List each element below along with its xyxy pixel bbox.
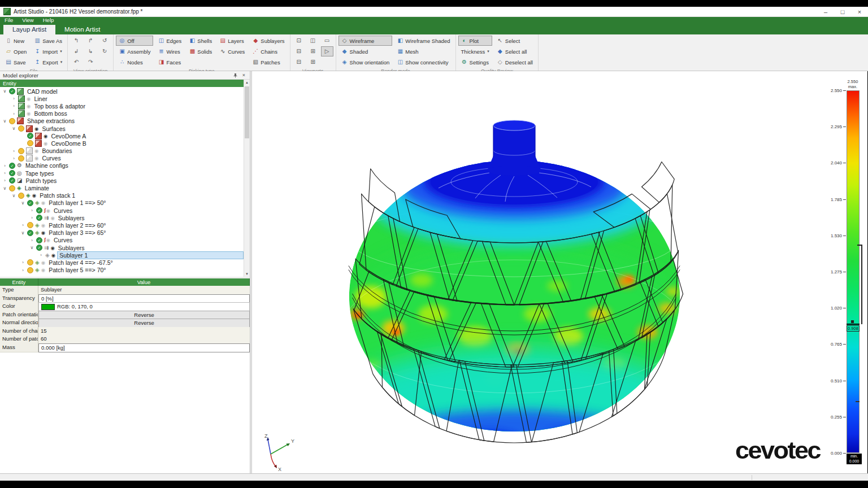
status-check-icon[interactable]: ✓ [9, 170, 15, 176]
status-warning-icon[interactable] [18, 148, 24, 154]
tab-motion-artist[interactable]: Motion Artist [55, 25, 109, 34]
chevron-down-icon[interactable]: ▾ [487, 49, 489, 54]
viewport-quad2-icon[interactable]: ⊞ [307, 57, 319, 67]
button-select-all[interactable]: ◆Select all [494, 46, 536, 56]
status-check-icon[interactable]: ✓ [36, 237, 42, 243]
tree-item-sublayer-1[interactable]: ›◈◉Sublayer 1 [0, 251, 244, 259]
viewport-split-v-icon[interactable]: ◫ [307, 36, 319, 46]
button-wires[interactable]: ≣Wires [155, 46, 184, 56]
tree-item-label[interactable]: Patch types [24, 177, 58, 184]
status-check-icon[interactable]: ✓ [27, 133, 33, 139]
chevron-down-icon[interactable]: ▾ [60, 60, 63, 64]
tree-item-label[interactable]: CevoDome A [49, 133, 88, 140]
status-warning-icon[interactable] [9, 118, 15, 124]
button-select[interactable]: ↖Select [494, 36, 536, 46]
chevron-open-icon[interactable]: ∨ [2, 89, 7, 94]
button-wireframe[interactable]: ◇Wireframe [338, 36, 393, 46]
visibility-eye-icon[interactable]: ◉ [27, 96, 31, 102]
visibility-eye-icon[interactable]: ◉ [41, 230, 45, 236]
tree-item-label[interactable]: CAD model [25, 88, 59, 95]
status-warning-icon[interactable] [18, 155, 24, 162]
button-assembly[interactable]: ▣Assembly [116, 46, 153, 56]
tree-item-cevodome-b[interactable]: ◉CevoDome B [0, 140, 244, 147]
visibility-eye-icon[interactable]: ◉ [32, 193, 36, 198]
viewport-3d[interactable]: 2.550max. 2.5502.2952.0401.7851.5301.275… [252, 71, 867, 473]
pin-icon[interactable] [233, 73, 238, 78]
menu-view[interactable]: View [18, 17, 38, 24]
tree-item-curves[interactable]: ›◉Curves [0, 155, 244, 162]
colorbar-marker-line[interactable] [847, 324, 860, 325]
button-nodes[interactable]: ∴Nodes [116, 57, 153, 67]
chevron-open-icon[interactable]: ∨ [2, 186, 7, 191]
tree-item-machine-configs[interactable]: ›✓⚙Machine configs [0, 162, 244, 169]
tree-item-label[interactable]: Liner [32, 95, 49, 102]
tree-item-label[interactable]: Machine configs [24, 162, 70, 169]
tree-item-patch-layer-3-65[interactable]: ∨✓◈◉Patch layer 3 ==> 65° [0, 229, 244, 237]
visibility-eye-icon[interactable]: ◉ [41, 200, 45, 206]
close-panel-icon[interactable]: × [242, 72, 245, 78]
button-layers[interactable]: ▤Layers [216, 36, 248, 46]
button-import[interactable]: ↧Import▾ [31, 46, 65, 56]
button-new[interactable]: ▯New [2, 36, 29, 46]
status-check-icon[interactable]: ✓ [9, 163, 15, 169]
tree-item-cad-model[interactable]: ∨✓CAD model [0, 88, 244, 95]
visibility-eye-icon[interactable]: ◉ [34, 148, 38, 154]
tree-item-label[interactable]: Curves [52, 207, 74, 214]
tree-item-laminate[interactable]: ∨◈Laminate [0, 184, 244, 191]
tree-item-patch-stack-1[interactable]: ∨◈◉Patch stack 1 [0, 192, 244, 199]
viewport-split-h2-icon[interactable]: ⊟ [293, 57, 305, 67]
menu-help[interactable]: Help [38, 17, 59, 24]
chevron-open-icon[interactable]: ∨ [11, 126, 16, 131]
visibility-eye-icon[interactable]: ◉ [27, 103, 31, 109]
tree-item-label[interactable]: Sublayers [57, 215, 86, 221]
tree-item-patch-layer-5-70[interactable]: ›◈◉Patch layer 5 ==> 70° [0, 267, 244, 274]
visibility-eye-icon[interactable]: ◉ [44, 133, 47, 139]
viewport-perspective-icon[interactable]: ▷ [321, 46, 333, 56]
chevron-open-icon[interactable]: ∨ [29, 245, 34, 250]
tree-item-cevodome-a[interactable]: ✓◉CevoDome A [0, 132, 244, 140]
button-export[interactable]: ↥Export▾ [31, 57, 65, 67]
button-wireframe-shaded[interactable]: ◧Wireframe Shaded [394, 36, 453, 46]
status-warning-icon[interactable] [18, 125, 24, 132]
chevron-closed-icon[interactable]: › [20, 260, 25, 265]
chevron-closed-icon[interactable]: › [38, 252, 44, 258]
status-warning-icon[interactable] [27, 259, 33, 265]
tree-item-label[interactable]: Tape types [24, 170, 56, 177]
button-plot[interactable]: ◐Plot [458, 36, 492, 46]
roll-left-icon[interactable]: ↶ [70, 57, 83, 67]
visibility-eye-icon[interactable]: ◉ [51, 252, 55, 258]
tree-item-shape-extractions[interactable]: ∨Shape extractions [0, 117, 244, 125]
chevron-open-icon[interactable]: ∨ [11, 193, 16, 198]
tree-item-curves[interactable]: ›✓∫∫∫◉Curves [0, 237, 244, 244]
status-check-icon[interactable]: ✓ [36, 245, 42, 251]
menu-file[interactable]: File [0, 17, 18, 24]
status-check-icon[interactable]: ✓ [27, 230, 33, 236]
tree-item-label[interactable]: Curves [40, 155, 62, 162]
chevron-open-icon[interactable]: ∨ [20, 230, 25, 236]
rotate-down-right-icon[interactable]: ↳ [84, 46, 97, 56]
tree-item-label[interactable]: Patch layer 1 ==> 50° [47, 199, 107, 206]
status-check-icon[interactable]: ✓ [36, 215, 42, 221]
scroll-up-icon[interactable]: ▲ [244, 80, 250, 85]
status-warning-icon[interactable] [18, 193, 24, 199]
status-check-icon[interactable]: ✓ [9, 177, 15, 184]
button-shells[interactable]: ◧Shells [186, 36, 215, 46]
status-warning-icon[interactable] [27, 140, 33, 146]
button-patches[interactable]: ▧Patches [249, 57, 287, 67]
tree-item-label[interactable]: Shape extractions [25, 117, 76, 124]
button-show-orientation[interactable]: ◈Show orientation [338, 57, 393, 67]
visibility-eye-icon[interactable]: ◉ [44, 141, 47, 146]
button-edges[interactable]: ◫Edges [155, 36, 184, 46]
visibility-eye-icon[interactable]: ◉ [34, 155, 38, 161]
tree-item-patch-types[interactable]: ›✓◪Patch types [0, 177, 244, 184]
tree-item-label[interactable]: CevoDome B [49, 140, 88, 147]
button-sublayers[interactable]: ◆Sublayers [249, 36, 287, 46]
button-save[interactable]: ▤Save [2, 57, 29, 67]
tab-layup-artist[interactable]: Layup Artist [3, 25, 55, 34]
tree-item-label[interactable]: Surfaces [40, 125, 67, 132]
button-solids[interactable]: ▩Solids [186, 46, 215, 56]
chevron-closed-icon[interactable]: › [20, 268, 25, 273]
tree-item-label[interactable]: Sublayer 1 [57, 251, 244, 259]
visibility-eye-icon[interactable]: ◉ [34, 126, 38, 132]
status-warning-icon[interactable] [27, 267, 33, 273]
